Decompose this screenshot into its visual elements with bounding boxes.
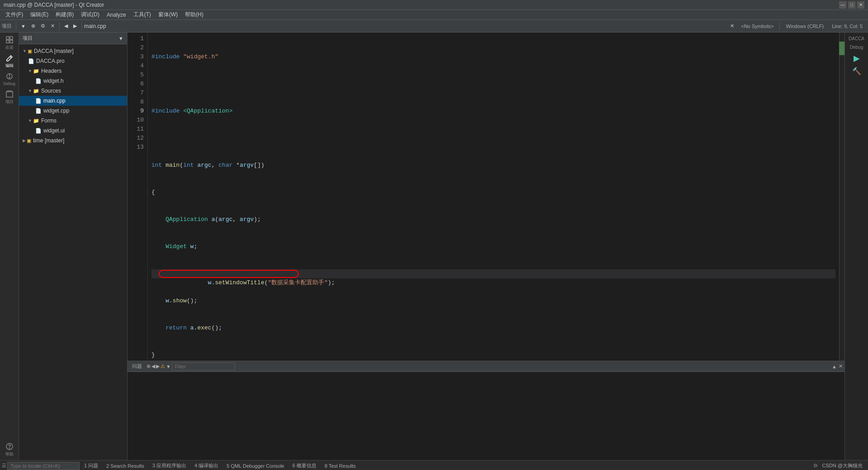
sidebar-edit-label: 编辑 bbox=[5, 63, 14, 69]
bottom-tab-right: ▲ ✕ bbox=[832, 363, 843, 369]
bottom-close-btn[interactable]: ✕ bbox=[839, 363, 843, 369]
line-num-9: 9 bbox=[131, 107, 144, 116]
tree-item-headers[interactable]: ▼ 📁 Headers bbox=[19, 66, 127, 76]
menu-tools[interactable]: 工具(T) bbox=[130, 10, 155, 19]
bottom-locate-input[interactable] bbox=[7, 462, 80, 470]
tree-item-time[interactable]: ▶ ▣ time [master] bbox=[19, 136, 127, 146]
line-num-6: 6 bbox=[131, 80, 144, 89]
issues-tab-label[interactable]: 问题 bbox=[129, 363, 145, 370]
code-line-12: } bbox=[151, 351, 835, 360]
code-line-9: w.setWindowTitle("数据采集卡配置助手"); bbox=[151, 269, 835, 278]
tree-item-sources[interactable]: ▼ 📁 Sources bbox=[19, 86, 127, 96]
toolbar-nav-back[interactable]: ◀ bbox=[62, 21, 70, 31]
svg-rect-0 bbox=[6, 37, 9, 39]
line-num-3: 3 bbox=[131, 52, 144, 61]
line-num-2: 2 bbox=[131, 43, 144, 52]
sidebar-help-label: 帮助 bbox=[5, 451, 14, 457]
bottom-toolbar: ☰ 1 问题 2 Search Results 3 应用程序输出 4 编译输出 … bbox=[0, 460, 868, 470]
sidebar-welcome-label: 欢迎 bbox=[5, 45, 14, 51]
tree-label-headers: Headers bbox=[41, 68, 61, 74]
bottom-nav-fwd[interactable]: ▶ bbox=[156, 363, 160, 369]
tree-item-forms[interactable]: ▼ 📁 Forms bbox=[19, 116, 127, 126]
menu-help[interactable]: 帮助(H) bbox=[181, 10, 207, 19]
sidebar-edit[interactable]: 编辑 bbox=[1, 52, 18, 70]
tree-item-dacca-root[interactable]: ▼ ▣ DACCA [master] bbox=[19, 46, 127, 56]
tree-item-main-cpp[interactable]: 📄 main.cpp bbox=[19, 96, 127, 106]
bottom-filter-input[interactable] bbox=[172, 362, 235, 371]
code-editor[interactable]: 1 2 3 4 5 6 7 8 9 10 11 12 13 #include "… bbox=[127, 33, 844, 361]
status-right-text: CSDN @大胸猫光 bbox=[819, 462, 866, 469]
bottom-compile-tab[interactable]: 4 编译输出 bbox=[191, 461, 222, 470]
svg-rect-3 bbox=[10, 40, 13, 43]
bottom-filter-toggle[interactable]: ▼ bbox=[166, 364, 171, 369]
app-title: main.cpp @ DACCA [master] - Qt Creator bbox=[4, 2, 104, 8]
tree-label-widgetui: widget.ui bbox=[43, 127, 65, 134]
menu-file[interactable]: 文件(F) bbox=[2, 10, 27, 19]
menu-analyze[interactable]: Analyze bbox=[103, 11, 130, 19]
title-bar: main.cpp @ DACCA [master] - Qt Creator —… bbox=[0, 0, 868, 10]
tree-item-widget-ui[interactable]: 📄 widget.ui bbox=[19, 126, 127, 136]
debug-label: Debug bbox=[850, 45, 863, 50]
main-content-area: 1 2 3 4 5 6 7 8 9 10 11 12 13 #include "… bbox=[127, 33, 844, 460]
code-line-8: Widget w; bbox=[151, 242, 835, 251]
bottom-test-tab[interactable]: 8 Test Results bbox=[321, 462, 359, 470]
line-num-10: 10 bbox=[131, 116, 144, 125]
bottom-problems-tab[interactable]: 1 问题 bbox=[80, 461, 102, 470]
toggle-sidebar-btn[interactable]: ☰ bbox=[2, 463, 6, 469]
code-line-11: return a.exec(); bbox=[151, 324, 835, 333]
tree-label-forms: Forms bbox=[41, 118, 57, 124]
line-num-1: 1 bbox=[131, 34, 144, 43]
line-numbers: 1 2 3 4 5 6 7 8 9 10 11 12 13 bbox=[127, 33, 148, 361]
code-line-7: QApplication a(argc, argv); bbox=[151, 215, 835, 224]
tree-label-time: time [master] bbox=[33, 137, 64, 144]
code-line-5: int main(int argc, char *argv[]) bbox=[151, 161, 835, 170]
maximize-button[interactable]: □ bbox=[848, 1, 855, 9]
close-button[interactable]: ✕ bbox=[857, 1, 864, 9]
toolbar-tab-close[interactable]: ✕ bbox=[728, 21, 736, 31]
tree-item-widget-h[interactable]: 📄 widget.h bbox=[19, 76, 127, 86]
toolbar-sync-btn[interactable]: ⊕ bbox=[29, 21, 38, 31]
sidebar-help[interactable]: 帮助 bbox=[1, 441, 18, 458]
bottom-panel: 问题 ⊕ ◀ ▶ ⚠ ▼ ▲ ✕ bbox=[127, 361, 844, 460]
right-scrollbar[interactable] bbox=[839, 33, 844, 361]
line-num-12: 12 bbox=[131, 134, 144, 143]
toolbar-settings-btn[interactable]: ⚙ bbox=[38, 21, 47, 31]
toolbar-settings-btn-right[interactable]: ⚙ bbox=[813, 463, 818, 469]
toolbar-filter-btn[interactable]: ▼ bbox=[19, 21, 28, 31]
bottom-summary-tab[interactable]: 6 概要信息 bbox=[289, 461, 320, 470]
file-panel: 项目 ▼ ▼ ▣ DACCA [master] 📄 DACCA.pro bbox=[19, 33, 127, 460]
bottom-tab-bar: 问题 ⊕ ◀ ▶ ⚠ ▼ ▲ ✕ bbox=[127, 361, 844, 372]
bottom-add-btn[interactable]: ⊕ bbox=[146, 363, 151, 369]
bottom-expand-btn[interactable]: ▲ bbox=[832, 364, 837, 369]
line-num-8: 8 bbox=[131, 98, 144, 107]
tree-item-widget-cpp[interactable]: 📄 widget.cpp bbox=[19, 106, 127, 116]
sidebar-welcome[interactable]: 欢迎 bbox=[1, 34, 18, 52]
tree-label-daccapro: DACCA.pro bbox=[36, 58, 65, 64]
menu-window[interactable]: 窗体(W) bbox=[155, 10, 181, 19]
scrollbar-thumb bbox=[839, 42, 844, 55]
sidebar-debug[interactable]: Debug bbox=[1, 70, 18, 88]
tree-item-dacca-pro[interactable]: 📄 DACCA.pro bbox=[19, 56, 127, 66]
bottom-search-tab[interactable]: 2 Search Results bbox=[103, 462, 148, 470]
tree-label-widgeth: widget.h bbox=[43, 78, 64, 84]
line-num-4: 4 bbox=[131, 61, 144, 70]
bottom-app-output-tab[interactable]: 3 应用程序输出 bbox=[149, 461, 190, 470]
bottom-qml-tab[interactable]: 5 QML Debugger Console bbox=[223, 462, 288, 470]
toolbar-close-panel-btn[interactable]: ✕ bbox=[48, 21, 57, 31]
menu-edit[interactable]: 编辑(E) bbox=[27, 10, 52, 19]
svg-point-9 bbox=[9, 448, 10, 449]
build-button[interactable]: 🔨 bbox=[852, 67, 861, 75]
sidebar-project[interactable]: 项目 bbox=[1, 89, 18, 106]
code-line-10: w.show(); bbox=[151, 296, 835, 306]
toolbar-nav-fwd[interactable]: ▶ bbox=[71, 21, 79, 31]
file-panel-filter-btn[interactable]: ▼ bbox=[118, 36, 123, 41]
svg-line-4 bbox=[10, 56, 11, 58]
minimize-button[interactable]: — bbox=[839, 1, 846, 9]
menu-build[interactable]: 构建(B) bbox=[52, 10, 77, 19]
menu-debug[interactable]: 调试(D) bbox=[77, 10, 103, 19]
main-layout: 欢迎 编辑 Debug 项目 帮助 项目 ▼ bbox=[0, 33, 868, 460]
bottom-nav-back[interactable]: ◀ bbox=[151, 363, 155, 369]
toolbar-filename: main.cpp bbox=[84, 23, 727, 29]
run-button[interactable]: ▶ bbox=[854, 53, 860, 63]
bottom-warning-btn[interactable]: ⚠ bbox=[160, 363, 165, 369]
